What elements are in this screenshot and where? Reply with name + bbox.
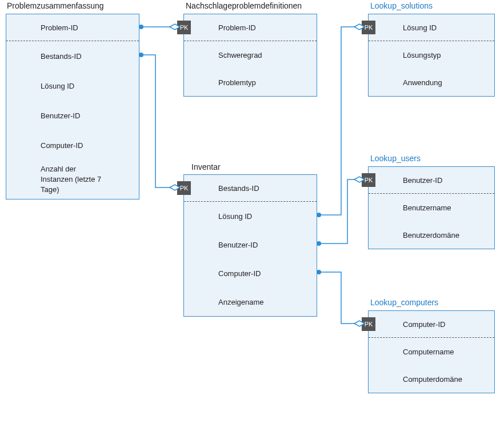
entity-title-problem-summary: Problemzusammenfassung [7, 1, 104, 10]
field-label: Computer-ID [41, 141, 83, 150]
field-row: Computername [369, 338, 494, 365]
pk-badge: PK [362, 173, 375, 187]
field-label: Computer-ID [403, 320, 445, 329]
field-row: Bestands-ID [6, 41, 139, 71]
field-row: Problem-ID [6, 14, 139, 41]
field-row: Lösung ID [6, 71, 139, 101]
field-row: Benutzer-ID [6, 101, 139, 130]
field-label: Benutzername [403, 203, 451, 212]
field-label: Problem-ID [41, 23, 78, 32]
field-row: PK Problem-ID [184, 14, 317, 41]
entity-inventar: PK Bestands-ID Lösung ID Benutzer-ID Com… [183, 174, 317, 317]
field-label: Anzahl der Instanzen (letzte 7 Tage) [41, 164, 110, 195]
field-label: Anwendung [403, 78, 442, 87]
field-row: Benutzername [369, 194, 494, 221]
field-label: Lösungstyp [403, 51, 441, 59]
field-row: Computer-ID [6, 130, 139, 160]
field-label: Anzeigename [218, 298, 264, 306]
field-label: Problem-ID [218, 23, 256, 32]
entity-problem-summary: Problem-ID Bestands-ID Lösung ID Benutze… [6, 14, 139, 199]
field-row: PK Computer-ID [369, 311, 494, 337]
pk-badge: PK [177, 21, 191, 34]
field-row: Problemtyp [184, 69, 317, 96]
field-label: Lösung ID [218, 212, 252, 221]
svg-point-6 [317, 241, 321, 246]
field-row: Schweregrad [184, 41, 317, 69]
field-row: Lösung ID [184, 202, 317, 230]
field-label: Benutzer-ID [41, 111, 80, 120]
entity-title-problem-defs: Nachschlageproblemdefinitionen [186, 1, 302, 10]
field-label: Bestands-ID [218, 184, 259, 193]
field-label: Schweregrad [218, 51, 262, 59]
field-row: Benutzer-ID [184, 230, 317, 259]
entity-lookup-solutions: PK Lösung ID Lösungstyp Anwendung [368, 14, 495, 97]
pk-badge: PK [362, 21, 375, 34]
field-row: Anzahl der Instanzen (letzte 7 Tage) [6, 160, 139, 199]
field-label: Computer-ID [218, 269, 261, 278]
entity-title-lookup-users[interactable]: Lookup_users [370, 154, 421, 163]
field-label: Computerdomäne [403, 375, 462, 384]
svg-point-2 [139, 53, 143, 57]
entity-title-inventar: Inventar [191, 162, 221, 171]
entity-title-lookup-computers[interactable]: Lookup_computers [370, 298, 438, 307]
field-row: Computer-ID [184, 259, 317, 288]
field-row: Anwendung [369, 69, 494, 96]
svg-point-4 [317, 213, 321, 217]
field-label: Lösung ID [41, 82, 74, 90]
entity-title-lookup-solutions[interactable]: Lookup_solutions [370, 1, 433, 10]
field-row: Computerdomäne [369, 365, 494, 393]
field-label: Benutzer-ID [403, 176, 442, 185]
field-row: PK Lösung ID [369, 14, 494, 41]
svg-point-8 [317, 270, 321, 274]
field-label: Benutzerdomäne [403, 231, 459, 240]
field-row: PK Bestands-ID [184, 175, 317, 201]
entity-lookup-computers: PK Computer-ID Computername Computerdomä… [368, 310, 495, 393]
field-label: Computername [403, 348, 454, 356]
field-label: Benutzer-ID [218, 241, 258, 249]
entity-problem-defs: PK Problem-ID Schweregrad Problemtyp [183, 14, 317, 97]
field-row: Lösungstyp [369, 41, 494, 69]
field-label: Lösung ID [403, 23, 437, 32]
field-row: Anzeigename [184, 288, 317, 316]
entity-lookup-users: PK Benutzer-ID Benutzername Benutzerdomä… [368, 166, 495, 249]
svg-point-0 [139, 25, 143, 29]
field-row: PK Benutzer-ID [369, 167, 494, 193]
field-label: Problemtyp [218, 78, 256, 87]
field-row: Benutzerdomäne [369, 221, 494, 249]
pk-badge: PK [362, 317, 375, 331]
pk-badge: PK [177, 181, 191, 195]
field-label: Bestands-ID [41, 52, 82, 61]
